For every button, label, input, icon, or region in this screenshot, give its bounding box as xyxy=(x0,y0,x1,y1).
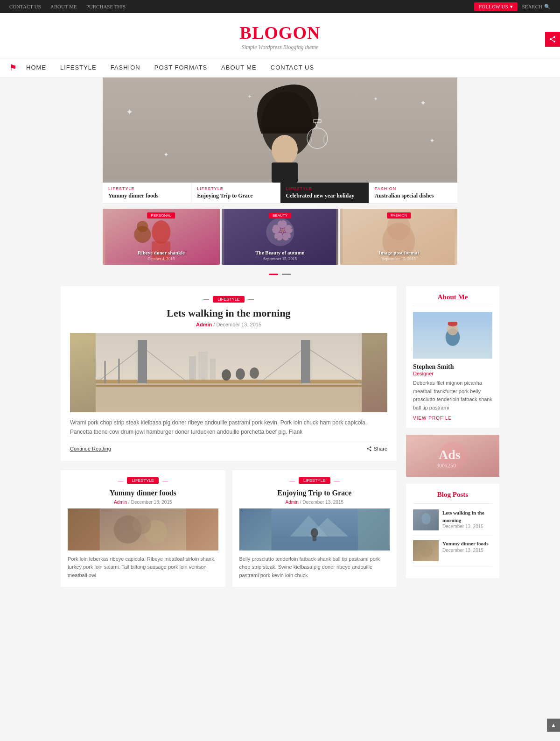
small-post-date-0: December 13, 2015 xyxy=(131,500,172,505)
svg-point-44 xyxy=(250,367,259,379)
svg-text:✦: ✦ xyxy=(420,99,426,107)
small-posts-row: LIFESTYLE Yummy dinner foods Admin / Dec… xyxy=(61,470,397,587)
top-bar-nav: CONTACT US ABOUT ME PURCHASE THIS xyxy=(9,4,126,9)
svg-line-51 xyxy=(368,447,370,448)
featured-tab-1[interactable]: LIFESTYLE Enjoying Trip to Grace xyxy=(191,183,280,203)
share-icon-fixed[interactable] xyxy=(545,32,560,47)
svg-point-1 xyxy=(550,38,552,40)
svg-rect-33 xyxy=(96,385,362,387)
site-header: BLOGON Simple Wordpress Blogging theme xyxy=(0,13,560,58)
post-footer: Continue Reading Share xyxy=(70,442,387,452)
svg-text:✦: ✦ xyxy=(247,93,252,100)
svg-text:✦: ✦ xyxy=(163,151,169,158)
main-col: LIFESTYLE Lets walking in the morning Ad… xyxy=(61,286,397,587)
sidebar: About Me Stephen Smith Designer Deberkas… xyxy=(406,286,499,587)
svg-point-0 xyxy=(553,36,555,38)
slider-dots xyxy=(103,269,457,277)
about-name: Stephen Smith xyxy=(413,363,492,371)
slider-badge-0: PERSONAL xyxy=(147,212,175,219)
purchase-link[interactable]: PURCHASE THIS xyxy=(86,4,126,9)
blog-post-item-0[interactable]: Lets walking in the morning December 13,… xyxy=(413,509,492,536)
small-post-title-1: Enjoying Trip to Grace xyxy=(239,489,390,497)
slider-date-2: September 15, 2015 xyxy=(340,256,457,261)
featured-tab-2[interactable]: LIFESTYLE Celebrated new year holiday xyxy=(280,183,369,203)
svg-rect-46 xyxy=(198,352,208,380)
search-label: SEARCH xyxy=(522,4,542,9)
nav-fashion[interactable]: FASHION xyxy=(111,64,140,71)
nav-post-formats[interactable]: POST FORMATS xyxy=(154,64,207,71)
small-post-image-0 xyxy=(68,508,218,550)
contact-us-link[interactable]: CONTACT US xyxy=(9,4,41,9)
about-widget-title: About Me xyxy=(413,293,492,306)
svg-rect-32 xyxy=(96,380,362,383)
svg-rect-45 xyxy=(189,356,196,380)
svg-point-50 xyxy=(370,450,371,451)
small-post-meta-0: Admin / December 13, 2015 xyxy=(68,500,218,505)
svg-rect-41 xyxy=(301,340,310,383)
nav-lifestyle[interactable]: LIFESTYLE xyxy=(60,64,97,71)
follow-button[interactable]: FOLLOW US ▾ xyxy=(474,2,517,11)
main-nav: ⚑ HOME LIFESTYLE FASHION POST FORMATS AB… xyxy=(0,58,560,78)
main-post-title: Lets walking in the morning xyxy=(70,307,387,319)
small-post-title-0: Yummy dinner foods xyxy=(68,489,218,497)
svg-point-56 xyxy=(133,515,151,534)
small-post-excerpt-1: Belly prosciutto tenderloin fatback shan… xyxy=(239,555,390,580)
slider-card-0[interactable]: PERSONAL Ribeye doner shankle October 4,… xyxy=(103,209,220,265)
chevron-down-icon: ▾ xyxy=(510,4,513,10)
blog-posts-black: Blog xyxy=(437,491,451,498)
about-image xyxy=(413,312,492,359)
svg-text:✦: ✦ xyxy=(373,96,378,102)
svg-rect-40 xyxy=(138,340,147,383)
tab-cat-1: LIFESTYLE xyxy=(197,186,274,191)
dot-inactive[interactable] xyxy=(282,274,291,275)
blog-posts-red: Posts xyxy=(453,491,468,498)
svg-point-42 xyxy=(222,369,231,381)
dot-active[interactable] xyxy=(269,274,278,275)
share-button[interactable]: Share xyxy=(366,446,387,452)
slider-card-2[interactable]: FASHION Image post format September 15, … xyxy=(340,209,457,265)
nav-about-me[interactable]: ABOUT ME xyxy=(221,64,257,71)
slider-title-1: The Beauty of autumn xyxy=(222,250,339,255)
slider-badge-1: BEAUTY xyxy=(269,212,291,219)
nav-links: HOME LIFESTYLE FASHION POST FORMATS ABOU… xyxy=(26,58,314,77)
svg-rect-47 xyxy=(210,359,216,380)
featured-tab-0[interactable]: LIFESTYLE Yummy dinner foods xyxy=(103,183,191,203)
small-post-author-0[interactable]: Admin xyxy=(114,500,127,505)
tagline: Simple Wordpress Blogging theme xyxy=(0,44,560,51)
ads-widget: Ads 300x250 xyxy=(406,435,499,477)
main-post-cat: LIFESTYLE xyxy=(213,296,245,303)
tab-title-3: Australian special dishes xyxy=(375,192,452,199)
small-post-image-1 xyxy=(239,508,390,550)
main-post-meta: Admin / December 13, 2015 xyxy=(70,322,387,327)
blog-post-item-1[interactable]: Yummy dinner foods December 13, 2015 xyxy=(413,540,492,566)
blog-post-date-0: December 13, 2015 xyxy=(442,524,492,529)
main-post-image xyxy=(70,333,387,412)
view-profile-link[interactable]: VIEW PROFILE xyxy=(413,416,492,421)
main-post-author[interactable]: Admin xyxy=(196,322,212,327)
tab-cat-3: FASHION xyxy=(375,186,452,191)
main-post-card: LIFESTYLE Lets walking in the morning Ad… xyxy=(61,286,397,461)
svg-line-3 xyxy=(552,37,553,39)
search-button[interactable]: SEARCH 🔍 xyxy=(522,4,551,10)
about-title-black: About xyxy=(438,293,456,301)
nav-home[interactable]: HOME xyxy=(26,64,46,71)
continue-reading-link[interactable]: Continue Reading xyxy=(70,446,111,452)
small-post-1: LIFESTYLE Enjoying Trip to Grace Admin /… xyxy=(232,470,397,587)
small-post-author-1[interactable]: Admin xyxy=(285,500,298,505)
svg-text:✦: ✦ xyxy=(126,107,133,117)
tab-title-2: Celebrated new year holiday xyxy=(286,192,363,199)
svg-rect-67 xyxy=(448,322,457,325)
svg-point-2 xyxy=(553,41,555,42)
logo[interactable]: BLOGON xyxy=(0,22,560,43)
small-post-excerpt-0: Pork loin leberkas ribeye capicola. Ribe… xyxy=(68,555,218,580)
about-me-link[interactable]: ABOUT ME xyxy=(50,4,77,9)
slider-card-1[interactable]: 🌸 BEAUTY The Beauty of autumn September … xyxy=(222,209,339,265)
slider-date-0: October 4, 2015 xyxy=(103,256,220,261)
svg-line-52 xyxy=(368,449,370,450)
featured-tab-3[interactable]: FASHION Australian special dishes xyxy=(369,183,457,203)
tab-title-1: Enjoying Trip to Grace xyxy=(197,192,274,199)
small-cat-1: LIFESTYLE xyxy=(299,477,330,484)
about-title-red: Me xyxy=(458,293,468,301)
nav-contact-us[interactable]: CONTACT US xyxy=(271,64,314,71)
search-icon: 🔍 xyxy=(544,4,551,10)
